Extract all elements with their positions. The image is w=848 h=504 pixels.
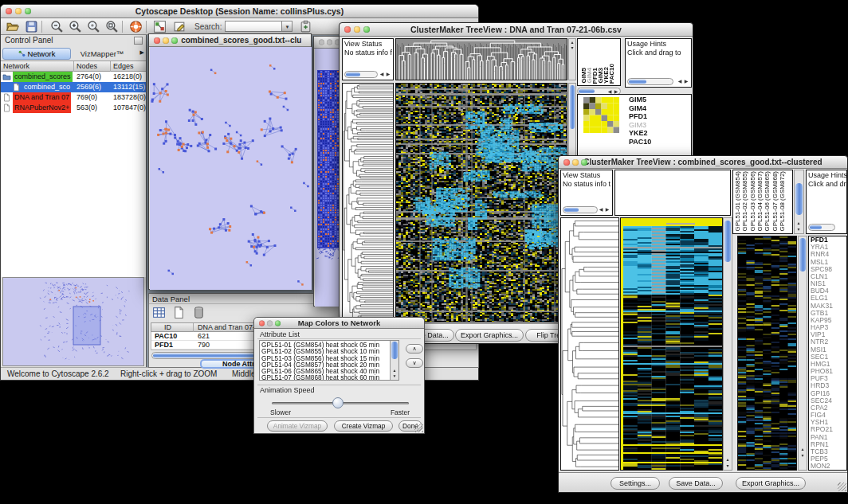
close-button[interactable]	[6, 8, 12, 14]
minimize-button[interactable]	[15, 8, 22, 14]
zoom-heatmap-panel[interactable]	[737, 236, 797, 471]
zoom-selected-icon[interactable]	[87, 20, 100, 33]
vscroll-thumb[interactable]	[795, 183, 803, 215]
move-down-button[interactable]: ∨	[406, 358, 423, 368]
resize-grip[interactable]	[838, 483, 846, 491]
row-dendrogram-panel[interactable]	[560, 217, 619, 471]
move-up-button[interactable]: ∧	[406, 344, 423, 354]
new-attribute-icon[interactable]	[172, 306, 186, 319]
close-button[interactable]	[344, 26, 351, 33]
zoom-button[interactable]	[275, 320, 281, 326]
close-button[interactable]	[154, 37, 160, 44]
network1-titlebar[interactable]: combined_scores_good.txt--cluste...	[149, 34, 311, 47]
minimize-button[interactable]	[572, 159, 579, 166]
search-input[interactable]	[225, 21, 282, 32]
zoom-fit-icon[interactable]	[105, 20, 119, 33]
network-overview-icon[interactable]	[153, 20, 167, 33]
column-dendrogram-panel[interactable]	[395, 38, 567, 80]
attribute-listbox[interactable]: GPL51-01 (GSM854) heat shock 05 minGPL51…	[259, 340, 399, 381]
export-graphics-button[interactable]: Export Graphics...	[455, 329, 524, 342]
annotation-icon[interactable]	[173, 20, 186, 33]
heatmap-panel[interactable]	[620, 217, 723, 471]
zoom-button[interactable]	[363, 26, 370, 33]
scroll-left-arrow-icon[interactable]: ◀	[379, 72, 385, 77]
column-label[interactable]: PAC10	[608, 64, 615, 84]
minimize-button[interactable]	[354, 26, 360, 33]
gene-label[interactable]: MON2	[809, 463, 846, 470]
network-canvas[interactable]	[150, 47, 312, 290]
heatmap-panel[interactable]	[395, 83, 567, 322]
heatmap-vscrollbar[interactable]: ▴ ▾	[723, 217, 732, 471]
main-titlebar[interactable]: Cytoscape Desktop (Session Name: collins…	[1, 5, 478, 18]
save-data-button[interactable]: Save Data...	[669, 477, 723, 490]
gene-label[interactable]: YKE2	[627, 129, 689, 138]
column-label[interactable]: GPL51-08 (GSM872)	[779, 171, 786, 232]
zoom-in-icon[interactable]	[69, 20, 82, 33]
zoom-button[interactable]	[25, 8, 31, 14]
search-dropdown-arrow-icon[interactable]: ▼	[282, 21, 292, 32]
minimize-button[interactable]	[163, 37, 169, 44]
column-labels-vscrollbar[interactable]: ▴ ▾	[794, 170, 804, 234]
col-network[interactable]: Network	[3, 62, 29, 70]
create-vizmap-button[interactable]: Create Vizmap	[334, 420, 393, 432]
usage-hints-hscrollbar[interactable]	[627, 78, 673, 85]
network-table-row[interactable]: RNAPuberNov2+563(0)107847(0)	[1, 103, 146, 113]
minimize-button[interactable]	[267, 320, 273, 326]
col-nodes[interactable]: Nodes	[77, 62, 97, 70]
close-button[interactable]	[259, 320, 265, 326]
scroll-right-arrow-icon[interactable]: ▶	[385, 72, 391, 77]
save-session-icon[interactable]	[25, 20, 38, 33]
tab-overflow-button[interactable]: ▶	[140, 49, 144, 56]
zoom-button[interactable]	[581, 159, 587, 166]
column-label[interactable]: GPL51-06 (GSM865)	[764, 171, 771, 232]
speed-slider-thumb[interactable]	[332, 397, 344, 408]
delete-attribute-icon[interactable]	[192, 306, 206, 319]
float-panel-icon[interactable]	[134, 37, 143, 45]
network-table-row[interactable]: combined_sco2569(6)13112(15)	[1, 82, 146, 92]
network-table-row[interactable]: DNA and Tran 07769(0)183728(0)	[1, 92, 146, 103]
column-label[interactable]: GPL51-02 (GSM855)	[741, 171, 748, 232]
settings-button[interactable]: Settings...	[610, 477, 660, 490]
heatmap-vscroll-thumb[interactable]	[570, 85, 575, 129]
column-label[interactable]: GPL51-01 (GSM854)	[734, 171, 741, 232]
dialog-titlebar[interactable]: Map Colors to Network	[254, 318, 424, 329]
column-label[interactable]: GPL51-03 (GSM856)	[749, 171, 756, 232]
open-session-icon[interactable]	[6, 20, 19, 33]
gene-label[interactable]: GIM5	[627, 96, 689, 104]
gene-label[interactable]: GIM4	[627, 104, 689, 113]
close-button[interactable]	[563, 159, 570, 166]
minimize-button[interactable]	[327, 40, 332, 45]
import-table-icon[interactable]	[299, 20, 312, 33]
zoom-out-icon[interactable]	[50, 20, 64, 33]
zoom-button[interactable]	[171, 37, 178, 44]
gene-label[interactable]: PFD1	[627, 112, 689, 121]
animate-vizmap-button[interactable]: Animate Vizmap	[267, 420, 328, 432]
view-status-hscrollbar[interactable]	[344, 71, 378, 78]
attribute-list-vscrollbar[interactable]: ▲ ▼	[390, 341, 398, 380]
network-overview-panel[interactable]	[2, 277, 144, 366]
attribute-item[interactable]: GPL51-07 (GSM868) heat shock 60 min	[260, 374, 389, 381]
column-label[interactable]: GPL51-04 (GSM857)	[756, 171, 764, 232]
gene-label[interactable]: PAC10	[627, 138, 689, 147]
column-dendrogram-panel[interactable]	[614, 170, 731, 216]
vscroll-thumb[interactable]	[799, 238, 806, 272]
attribute-table-icon[interactable]	[152, 306, 166, 319]
gene-label[interactable]: GIM3	[627, 121, 689, 130]
row-dendrogram-panel[interactable]	[342, 83, 394, 322]
treeview-combined-titlebar[interactable]: ClusterMaker TreeView : combined_scores_…	[559, 156, 847, 169]
data-col-id[interactable]: ID	[164, 323, 171, 331]
export-graphics-button[interactable]: Export Graphics...	[736, 477, 806, 490]
mini-vscrollbar[interactable]: ▴ ▾	[568, 38, 576, 80]
col-edges[interactable]: Edges	[113, 62, 134, 70]
usage-hints-hscrollbar[interactable]	[808, 224, 835, 231]
window-controls[interactable]	[6, 8, 31, 14]
treeview-dna-titlebar[interactable]: ClusterMaker TreeView : DNA and Tran 07-…	[340, 23, 693, 37]
vscroll-thumb[interactable]	[391, 342, 398, 359]
tab-network[interactable]: Network	[2, 48, 71, 60]
zoom-heatmap-vscrollbar[interactable]: ▴ ▾	[798, 236, 807, 471]
similarity-matrix-canvas[interactable]	[583, 97, 619, 133]
network-table-row[interactable]: combined_scores2764(0)16218(0)	[1, 72, 146, 82]
close-button[interactable]	[319, 40, 324, 45]
heatmap-vscroll-thumb[interactable]	[724, 221, 731, 262]
help-lifesaver-icon[interactable]	[129, 20, 143, 33]
